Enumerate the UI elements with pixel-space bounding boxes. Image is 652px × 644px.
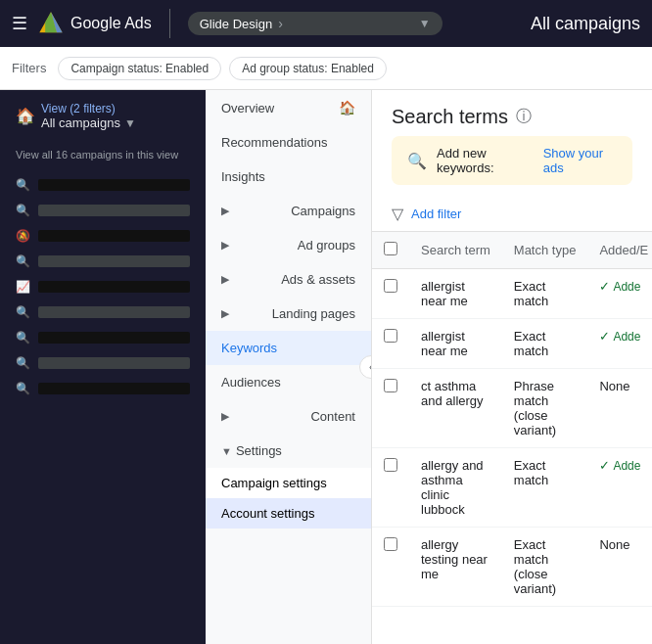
nav-item-adgroups[interactable]: ▶ Ad groups bbox=[206, 228, 371, 262]
nav-arrow-ads: ▶ bbox=[221, 273, 229, 286]
nav-item-keywords[interactable]: Keywords bbox=[206, 331, 371, 365]
row-checkbox[interactable] bbox=[384, 279, 397, 293]
nav-item-audiences[interactable]: Audiences bbox=[206, 365, 371, 399]
search-icon-sm: 🔍 bbox=[16, 331, 30, 345]
col-header-match-type: Match type bbox=[502, 232, 588, 269]
row-checkbox-cell bbox=[372, 269, 409, 319]
nav-item-recommendations[interactable]: Recommendations bbox=[206, 125, 371, 160]
cell-match-type: Exact match bbox=[502, 448, 588, 528]
col-header-added: Added/E bbox=[587, 232, 652, 269]
nav-item-content[interactable]: ▶ Content bbox=[206, 399, 371, 434]
nav-label-landing-pages: Landing pages bbox=[272, 306, 355, 321]
sidebar-dropdown-arrow[interactable]: ▼ bbox=[124, 116, 136, 130]
row-checkbox[interactable] bbox=[384, 458, 397, 472]
add-keywords-banner: 🔍 Add new keywords: Show your ads bbox=[392, 136, 632, 185]
mid-nav: ‹ Overview 🏠 Recommendations Insights ▶ … bbox=[206, 90, 372, 644]
nav-item-ads-assets[interactable]: ▶ Ads & assets bbox=[206, 262, 371, 297]
nav-label-insights: Insights bbox=[221, 169, 265, 184]
account-chevron-icon: › bbox=[278, 16, 283, 31]
cell-match-type: Phrase match(close variant) bbox=[502, 369, 588, 448]
nav-arrow-landing: ▶ bbox=[221, 307, 229, 320]
campaign-bar-7 bbox=[38, 332, 190, 344]
row-checkbox[interactable] bbox=[384, 379, 397, 392]
nav-label-content: Content bbox=[310, 409, 355, 424]
analytics-icon-sm: 📈 bbox=[16, 280, 30, 294]
sidebar-home-icon[interactable]: 🏠 bbox=[16, 107, 35, 125]
nav-label-adgroups: Ad groups bbox=[298, 238, 355, 253]
banner-search-icon: 🔍 bbox=[407, 152, 427, 170]
cell-added: ✓Adde bbox=[587, 269, 652, 319]
help-icon[interactable]: ⓘ bbox=[516, 107, 532, 127]
filters-bar: Filters Campaign status: Enabled Ad grou… bbox=[0, 47, 652, 90]
campaign-bar-6 bbox=[38, 306, 190, 318]
row-checkbox-cell bbox=[372, 448, 409, 528]
main-layout: 🏠 View (2 filters) All campaigns ▼ View … bbox=[0, 90, 652, 644]
filter-chip-campaign-status[interactable]: Campaign status: Enabled bbox=[58, 57, 221, 80]
search-icon-sm: 🔍 bbox=[16, 178, 30, 192]
sidebar-campaign-item[interactable]: 🔍 bbox=[0, 198, 206, 223]
search-icon-sm: 🔍 bbox=[16, 382, 30, 395]
nav-item-settings[interactable]: ▼ Settings bbox=[206, 434, 371, 468]
sidebar-campaign-item[interactable]: 🔍 bbox=[0, 249, 206, 274]
cell-search-term: allergist near me bbox=[409, 269, 502, 319]
content-header: Search terms ⓘ bbox=[372, 90, 652, 136]
table-row: allergy and asthma clinic lubbock Exact … bbox=[372, 448, 652, 528]
sidebar-campaign-item[interactable]: 🔍 bbox=[0, 376, 206, 401]
filter-chip-adgroup-status[interactable]: Ad group status: Enabled bbox=[229, 57, 387, 80]
sidebar-campaign-item[interactable]: 🔕 bbox=[0, 223, 206, 249]
search-icon-sm: 🔍 bbox=[16, 356, 30, 370]
table-row: ct asthma and allergy Phrase match(close… bbox=[372, 369, 652, 448]
sidebar-view-filters[interactable]: View (2 filters) bbox=[41, 102, 136, 115]
add-keywords-sub[interactable]: Show your ads bbox=[543, 146, 617, 175]
campaign-bar-1 bbox=[38, 179, 190, 191]
sidebar-campaign-item[interactable]: 🔍 bbox=[0, 350, 206, 376]
google-ads-logo bbox=[37, 10, 65, 37]
nav-item-account-settings[interactable]: Account settings bbox=[206, 498, 371, 529]
row-checkbox[interactable] bbox=[384, 537, 397, 551]
add-filter-button[interactable]: Add filter bbox=[411, 207, 461, 221]
nav-item-overview[interactable]: Overview 🏠 bbox=[206, 90, 371, 125]
nav-item-landing-pages[interactable]: ▶ Landing pages bbox=[206, 297, 371, 331]
cell-added: ✓Adde bbox=[587, 319, 652, 369]
search-icon-sm: 🔍 bbox=[16, 254, 30, 268]
nav-arrow-content: ▶ bbox=[221, 410, 229, 423]
table-row: allergy testing near me Exact match(clos… bbox=[372, 528, 652, 607]
cell-search-term: allergy and asthma clinic lubbock bbox=[409, 448, 502, 528]
account-selector[interactable]: Glide Design › ▼ bbox=[188, 12, 442, 35]
nav-item-insights[interactable]: Insights bbox=[206, 160, 371, 194]
campaign-bar-9 bbox=[38, 383, 190, 394]
sidebar-view-header: 🏠 View (2 filters) All campaigns ▼ bbox=[0, 90, 206, 142]
cell-added: None bbox=[587, 369, 652, 448]
nav-item-campaigns[interactable]: ▶ Campaigns bbox=[206, 194, 371, 228]
search-icon-sm: 🔍 bbox=[16, 305, 30, 319]
sidebar-all-campaigns: All campaigns bbox=[41, 115, 120, 130]
col-header-search-term: Search term bbox=[409, 232, 502, 269]
hamburger-icon[interactable]: ☰ bbox=[12, 13, 27, 34]
sidebar-campaign-item[interactable]: 🔍 bbox=[0, 172, 206, 198]
sidebar-campaign-item[interactable]: 🔍 bbox=[0, 325, 206, 350]
filters-label: Filters bbox=[12, 61, 46, 75]
sidebar-campaign-item[interactable]: 📈 bbox=[0, 274, 206, 299]
nav-label-settings: Settings bbox=[236, 443, 282, 458]
campaign-settings-label: Campaign settings bbox=[221, 476, 327, 490]
page-title: Search terms bbox=[392, 106, 508, 128]
search-terms-table: Search term Match type Added/E allergist… bbox=[372, 232, 652, 607]
select-all-checkbox[interactable] bbox=[384, 242, 397, 255]
nav-item-campaign-settings[interactable]: Campaign settings bbox=[206, 468, 371, 498]
nav-label-ads-assets: Ads & assets bbox=[281, 272, 355, 287]
nav-label-recommendations: Recommendations bbox=[221, 135, 327, 150]
nav-label-campaigns: Campaigns bbox=[291, 204, 355, 218]
sidebar-campaign-item[interactable]: 🔍 bbox=[0, 299, 206, 325]
row-checkbox[interactable] bbox=[384, 329, 397, 343]
account-name: Glide Design bbox=[200, 17, 272, 31]
account-settings-label: Account settings bbox=[221, 506, 314, 521]
funnel-icon: ▽ bbox=[392, 205, 403, 223]
cell-match-type: Exact match bbox=[502, 269, 588, 319]
cell-match-type: Exact match(close variant) bbox=[502, 528, 588, 607]
search-icon-sm: 🔍 bbox=[16, 204, 30, 217]
logo-area: Google Ads bbox=[37, 10, 152, 37]
expand-settings-icon: ▼ bbox=[221, 445, 232, 457]
top-header: ☰ Google Ads Glide Design › ▼ All campai… bbox=[0, 0, 652, 47]
nav-label-audiences: Audiences bbox=[221, 375, 281, 390]
cell-search-term: allergist near me bbox=[409, 319, 502, 369]
